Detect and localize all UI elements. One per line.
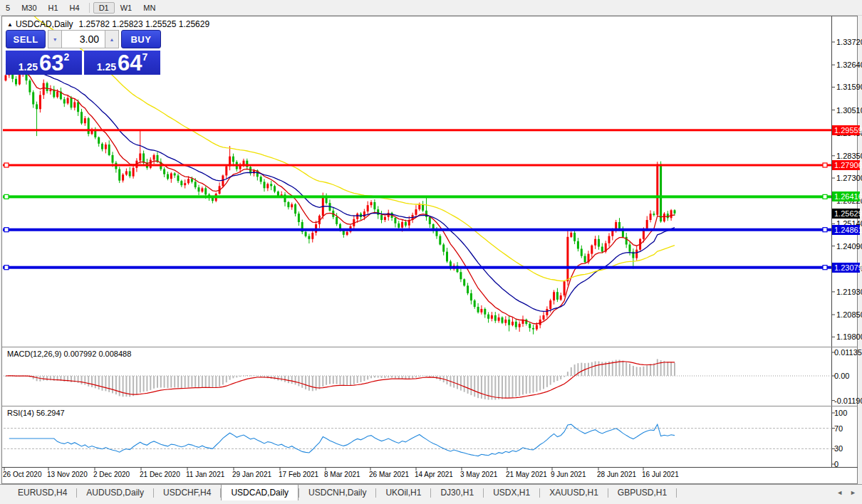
sell-quote-prefix: 1.25	[19, 62, 38, 73]
rsi-indicator-label: RSI(14) 56.2947	[7, 409, 65, 417]
buy-button[interactable]: BUY	[121, 30, 161, 48]
tab-eurusd-h4[interactable]: EURUSD,H4	[9, 485, 76, 500]
tab-usdcad-daily[interactable]: USDCAD,Daily	[221, 485, 298, 500]
tab-usdchf-h4[interactable]: USDCHF,H4	[154, 485, 220, 500]
tab-scroll-right-button[interactable]: ►	[850, 489, 856, 496]
up-arrow-icon: ▲	[109, 37, 114, 42]
tab-xauusd-h1[interactable]: XAUUSD,H1	[540, 485, 608, 500]
tab-gbpusd-h1[interactable]: GBPUSD,H1	[608, 485, 676, 500]
one-click-trading-panel: SELL ▼ ▲ BUY 1.25 63 2 1.25 64 7	[6, 30, 161, 75]
buy-quote-panel[interactable]: 1.25 64 7	[84, 50, 160, 75]
down-arrow-icon: ▼	[53, 37, 58, 42]
chart-tab-bar: EURUSD,H4AUDUSD,DailyUSDCHF,H4USDCAD,Dai…	[0, 484, 862, 500]
tab-ukoil-h1[interactable]: UKOil,H1	[376, 485, 430, 500]
tab-usdcnh-daily[interactable]: USDCNH,Daily	[299, 485, 375, 500]
sell-button[interactable]: SELL	[6, 30, 46, 48]
macd-indicator-label: MACD(12,26,9) 0.007992 0.008488	[7, 350, 131, 358]
buy-quote-main: 64	[118, 54, 142, 73]
tab-scroll-left-button[interactable]: ◄	[836, 489, 843, 496]
chart-title-symbol: USDCAD,Daily	[16, 19, 73, 29]
volume-increment-button[interactable]: ▲	[105, 30, 119, 48]
tab-separator	[676, 488, 677, 498]
chart-title-ohlc: 1.25782 1.25823 1.25525 1.25629	[79, 19, 210, 29]
tab-usdx-h1[interactable]: USDX,H1	[484, 485, 539, 500]
buy-quote-prefix: 1.25	[97, 62, 116, 73]
volume-decrement-button[interactable]: ▼	[48, 30, 62, 48]
tab-dj30-h1[interactable]: DJ30,H1	[431, 485, 483, 500]
sell-quote-sup: 2	[63, 51, 69, 63]
tab-audusd-daily[interactable]: AUDUSD,Daily	[77, 485, 153, 500]
volume-input[interactable]	[62, 30, 105, 48]
collapse-arrow-icon[interactable]: ▲	[7, 21, 13, 28]
sell-quote-main: 63	[39, 54, 63, 73]
chart-plot-area[interactable]	[0, 0, 862, 504]
chart-title: ▲USDCAD,Daily1.25782 1.25823 1.25525 1.2…	[7, 19, 209, 29]
buy-quote-sup: 7	[142, 51, 147, 63]
sell-quote-panel[interactable]: 1.25 63 2	[6, 50, 82, 75]
